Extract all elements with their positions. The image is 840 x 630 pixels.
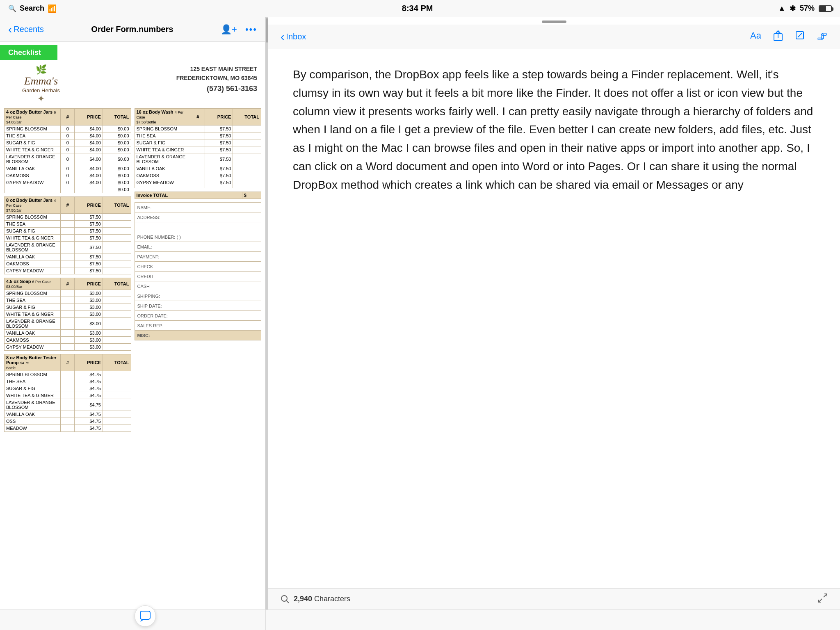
location-icon: ▲ — [778, 4, 785, 13]
table-row: GYPSY MEADOW$7.50 — [5, 267, 131, 274]
form-section: NAME: ADDRESS: PHONE NUMBER: ( ) EMAIL: … — [135, 202, 262, 340]
table-row: SPRING BLOSSOM$4.75 — [5, 371, 131, 378]
form-label-salesrep: SALES REP: — [135, 321, 261, 331]
table-row: WHITE TEA & GINGER$3.00 — [5, 311, 131, 318]
section-header-soap: 4.5 oz Soap 6 Per Case$3.00/Bar # PRICE … — [5, 278, 131, 290]
add-user-icon[interactable]: 👤+ — [221, 24, 237, 35]
footer-search-area[interactable]: 2,940 Characters — [281, 595, 350, 604]
header-num-wash: # — [191, 109, 205, 126]
bluetooth-icon: ✱ — [790, 4, 796, 13]
email-navbar: Inbox Aa — [268, 25, 840, 49]
recents-label: Recents — [14, 25, 43, 34]
table-row: GYPSY MEADOW$7.50 — [135, 179, 261, 186]
table-row: LAVENDER & ORANGE BLOSSOM$3.00 — [5, 318, 131, 330]
header-price-pump: PRICE — [75, 354, 103, 371]
address-area: 125 EAST MAIN STREET FREDERICKTOWN, MO 6… — [176, 64, 261, 95]
table-row: THE SEA0$4.00$0.00 — [5, 132, 131, 139]
left-tables: 4 oz Body Butter Jars 6 Per Case$4.00/Ja… — [4, 108, 131, 435]
main-content: Recents Order Form.numbers 👤+ ••• Checkl… — [0, 17, 840, 609]
section-header-wash: 16 oz Body Wash 4 Per Case$7.50/Bottle #… — [135, 109, 261, 126]
table-row: OSS$4.75 — [5, 418, 131, 425]
table-row: SPRING BLOSSOM0$4.00$0.00 — [5, 126, 131, 132]
table-row: THE SEA$7.50 — [5, 221, 131, 228]
section-header-4oz: 4 oz Body Butter Jars 6 Per Case$4.00/Ja… — [5, 109, 131, 126]
address-line1: 125 EAST MAIN STREET — [176, 64, 257, 73]
section-tester-pump: 8 oz Body Butter Tester Pump $4.75Bottle… — [4, 354, 131, 432]
recents-back-button[interactable]: Recents — [8, 24, 44, 35]
section-8oz-body-butter: 8 oz Body Butter Jars 4 Per Case$7.50/Ja… — [4, 196, 131, 274]
email-body-text: By comparison, the DropBox app feels lik… — [293, 66, 815, 194]
status-time: 8:34 PM — [402, 4, 433, 13]
header-price-8oz: PRICE — [75, 197, 103, 214]
table-row: WHITE TEA & GINGER0$4.00$0.00 — [5, 146, 131, 153]
table-row — [135, 186, 261, 188]
section-title-soap: 4.5 oz Soap 6 Per Case$3.00/Bar — [5, 278, 61, 290]
numbers-panel: Recents Order Form.numbers 👤+ ••• Checkl… — [0, 17, 266, 609]
footer-char-count: 2,940 Characters — [294, 595, 350, 603]
right-tables: 16 oz Body Wash 4 Per Case$7.50/Bottle #… — [135, 108, 262, 435]
more-icon[interactable]: ••• — [245, 24, 257, 35]
form-row-shipping: SHIPPING: — [135, 291, 261, 301]
form-row-email: EMAIL: — [135, 242, 261, 252]
form-label-payment: PAYMENT: — [135, 252, 261, 262]
table-row: SUGAR & FIG0$4.00$0.00 — [5, 139, 131, 146]
form-row-phone: PHONE NUMBER: ( ) — [135, 232, 261, 242]
tables-area: 4 oz Body Butter Jars 6 Per Case$4.00/Ja… — [4, 108, 261, 435]
section-title-8oz: 8 oz Body Butter Jars 4 Per Case$7.50/Ja… — [5, 197, 61, 214]
table-row: SUGAR & FIG$7.50 — [135, 139, 261, 146]
form-row-orderdate: ORDER DATE: — [135, 311, 261, 321]
form-row-address2 — [135, 222, 261, 232]
document-title: Order Form.numbers — [91, 25, 173, 34]
header-num-4oz: # — [61, 109, 75, 126]
table-row: LAVENDER & ORANGE BLOSSOM$7.50 — [5, 242, 131, 253]
table-row: SUGAR & FIG$3.00 — [5, 304, 131, 311]
share-icon[interactable] — [774, 30, 783, 43]
search-icon: 🔍 — [8, 5, 16, 12]
form-label-shipping: SHIPPING: — [135, 291, 261, 301]
table-row: $0.00 — [5, 186, 131, 193]
invoice-total-label: Invoice TOTAL — [135, 192, 242, 199]
battery-icon — [819, 5, 832, 12]
svg-line-6 — [824, 594, 827, 597]
table-row: THE SEA$4.75 — [5, 378, 131, 385]
bottom-right — [266, 610, 840, 630]
table-row: THE SEA$7.50 — [135, 132, 261, 139]
chat-bubble-button[interactable] — [135, 605, 156, 627]
form-row-cash: CASH — [135, 281, 261, 291]
checklist-tab[interactable]: Checklist — [0, 45, 57, 60]
form-row-check: CHECK — [135, 262, 261, 272]
form-row-misc: MISC: — [135, 331, 261, 340]
form-label-address2 — [135, 222, 261, 232]
battery-pct: 57% — [800, 4, 815, 13]
table-row: VANILLA OAK0$4.00$0.00 — [5, 165, 131, 172]
status-bar: 🔍 Search 📶 8:34 PM ▲ ✱ 57% — [0, 0, 840, 17]
table-row: THE SEA$3.00 — [5, 297, 131, 304]
status-search-text: Search — [20, 4, 44, 13]
attach-icon[interactable]: 🖇 — [817, 30, 828, 43]
edit-icon[interactable] — [795, 30, 805, 43]
invoice-total-table: Invoice TOTAL $ — [135, 192, 262, 199]
section-soap: 4.5 oz Soap 6 Per Case$3.00/Bar # PRICE … — [4, 278, 131, 351]
inbox-back-button[interactable]: Inbox — [281, 31, 306, 43]
font-size-icon[interactable]: Aa — [750, 30, 761, 43]
form-label-name: NAME: — [135, 203, 261, 212]
document-header: 🌿 Emma's Garden Herbals ✦ 125 EAST MAIN … — [4, 64, 261, 104]
form-row-salesrep: SALES REP: — [135, 321, 261, 331]
form-fields-table: NAME: ADDRESS: PHONE NUMBER: ( ) EMAIL: … — [135, 202, 262, 340]
header-total-wash: TOTAL — [233, 109, 261, 126]
table-row: VANILLA OAK$7.50 — [135, 165, 261, 172]
char-number: 2,940 — [294, 595, 312, 603]
email-panel: Inbox Aa — [268, 17, 840, 609]
header-price-soap: PRICE — [75, 278, 103, 290]
expand-button[interactable] — [818, 593, 828, 605]
table-row: GYPSY MEADOW$3.00 — [5, 344, 131, 351]
section-4oz-body-butter: 4 oz Body Butter Jars 6 Per Case$4.00/Ja… — [4, 108, 131, 193]
header-total-pump: TOTAL — [103, 354, 131, 371]
table-row: VANILLA OAK$3.00 — [5, 330, 131, 337]
header-total-8oz: TOTAL — [103, 197, 131, 214]
section-title-4oz: 4 oz Body Butter Jars 6 Per Case$4.00/Ja… — [5, 109, 61, 126]
header-num-8oz: # — [61, 197, 75, 214]
section-header-8oz: 8 oz Body Butter Jars 4 Per Case$7.50/Ja… — [5, 197, 131, 214]
table-row: OAKMOSS$7.50 — [135, 172, 261, 179]
invoice-total-value: $ — [242, 192, 261, 199]
